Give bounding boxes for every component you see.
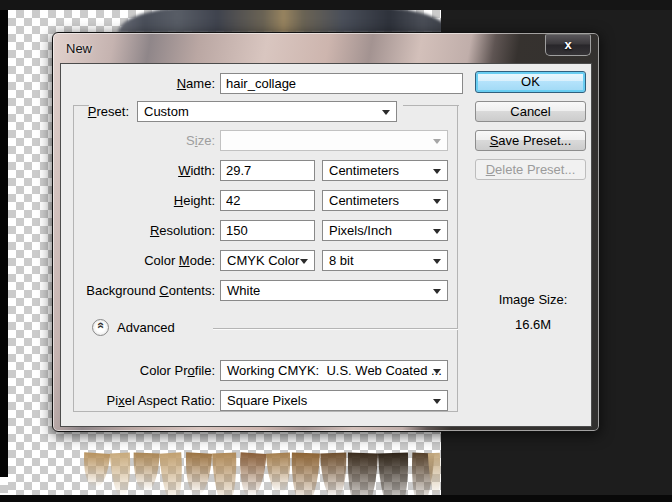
advanced-separator: [213, 328, 458, 329]
pixel-aspect-ratio-label: Pixel Aspect Ratio:: [61, 390, 215, 411]
hair-strand: [159, 452, 184, 495]
delete-preset-button: Delete Preset...: [475, 159, 586, 180]
background-contents-select[interactable]: White: [220, 280, 448, 301]
height-input[interactable]: [220, 190, 315, 211]
resolution-label: Resolution:: [61, 220, 215, 241]
chevron-down-icon: [433, 199, 441, 204]
pixel-aspect-ratio-select[interactable]: Square Pixels: [220, 390, 448, 411]
hair-strand: [82, 452, 110, 488]
width-input[interactable]: [220, 160, 315, 181]
width-label: Width:: [61, 160, 215, 181]
chevron-down-icon: [433, 399, 441, 404]
hair-strand: [132, 453, 159, 492]
hair-strand: [290, 453, 320, 495]
resolution-unit-select[interactable]: Pixels/Inch: [322, 220, 448, 241]
advanced-toggle-button[interactable]: «: [92, 319, 109, 336]
color-mode-select[interactable]: CMYK Color: [220, 250, 315, 271]
name-input[interactable]: [220, 73, 463, 94]
hair-strand: [237, 452, 266, 495]
group-box-stub: [403, 105, 459, 106]
size-label: Size:: [61, 130, 215, 151]
photo-hair-bottom: [63, 435, 441, 495]
width-unit-select[interactable]: Centimeters: [322, 160, 448, 181]
image-size-value: 16.6M: [474, 317, 592, 332]
photoshop-workspace: New x Name: Preset: Custom Size: Width: …: [0, 0, 672, 502]
ok-button[interactable]: OK: [475, 71, 586, 93]
collapse-chevrons-icon: «: [94, 322, 108, 334]
workspace-left-edge: [0, 10, 8, 477]
chevron-down-icon: [433, 259, 441, 264]
size-select: [220, 130, 448, 151]
bit-depth-select[interactable]: 8 bit: [322, 250, 448, 271]
dialog-title[interactable]: New: [66, 41, 92, 56]
close-icon[interactable]: x: [545, 34, 591, 56]
hair-strand: [184, 452, 212, 495]
chevron-down-icon: [433, 169, 441, 174]
height-label: Height:: [61, 190, 215, 211]
hair-strand: [266, 452, 292, 493]
color-mode-label: Color Mode:: [61, 250, 215, 271]
preset-label: Preset:: [61, 101, 129, 122]
new-document-dialog: New x Name: Preset: Custom Size: Width: …: [52, 32, 600, 432]
color-profile-select[interactable]: Working CMYK: U.S. Web Coated ...: [220, 360, 448, 381]
chevron-down-icon: [300, 259, 308, 264]
color-profile-label: Color Profile:: [61, 360, 215, 381]
background-contents-label: Background Contents:: [61, 280, 215, 301]
hair-strand: [110, 453, 132, 495]
advanced-label: Advanced: [117, 319, 175, 336]
hair-strand: [378, 452, 410, 495]
hair-strand: [320, 453, 348, 495]
photo-head-top: [118, 10, 441, 33]
preset-select[interactable]: Custom: [137, 101, 397, 122]
hair-strand: [212, 453, 238, 495]
chevron-down-icon: [433, 289, 441, 294]
hair-strand: [346, 452, 378, 495]
chevron-down-icon: [433, 139, 441, 144]
chevron-down-icon: [433, 369, 441, 374]
image-size-label: Image Size:: [474, 292, 592, 307]
height-unit-select[interactable]: Centimeters: [322, 190, 448, 211]
workspace-bottom-strip: [0, 495, 672, 502]
chevron-down-icon: [433, 229, 441, 234]
name-label: Name:: [61, 73, 215, 94]
chevron-down-icon: [382, 110, 390, 115]
resolution-input[interactable]: [220, 220, 315, 241]
save-preset-button[interactable]: Save Preset...: [475, 130, 586, 151]
workspace-top-strip: [0, 0, 672, 10]
dialog-content: Name: Preset: Custom Size: Width: Centim…: [60, 63, 592, 427]
canvas-corner-patch: [0, 477, 8, 495]
cancel-button[interactable]: Cancel: [475, 101, 586, 122]
